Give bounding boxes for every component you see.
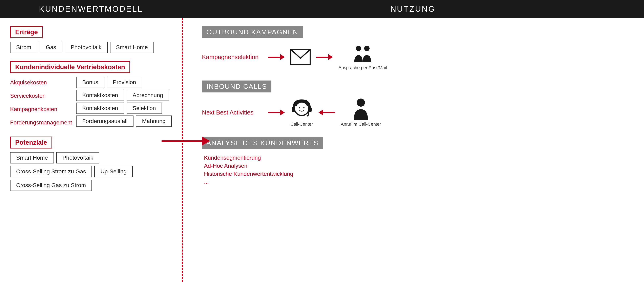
kosten-box-0-2: Provision	[107, 77, 142, 88]
potenziale-smarthome: Smart Home	[10, 152, 54, 164]
kosten-box-2-2: Selektion	[126, 103, 162, 114]
outbound-header: OUTBOUND KAMPAGNEN	[202, 26, 303, 38]
analyse-item-3: ...	[204, 179, 632, 185]
kosten-box-3-1: Forderungsausfall	[76, 115, 134, 127]
svg-rect-5	[308, 107, 312, 112]
right-content: OUTBOUND KAMPAGNEN Kampagnenselektion	[182, 18, 644, 282]
inbound-arrow-line-1	[268, 112, 280, 113]
analyse-list: Kundensegmentierung Ad-Hoc Analysen Hist…	[202, 155, 632, 185]
left-header: KUNDENWERTMODELL	[0, 0, 182, 18]
inbound-section: INBOUND CALLS Next Best Activities	[194, 80, 632, 127]
panel-arrow	[162, 136, 214, 146]
potenziale-row-0: Smart Home Photovoltaik	[10, 152, 172, 164]
potenziale-label: Potenziale	[10, 136, 52, 149]
kosten-boxes: Bonus Provision Kontaktkosten Abrechnung…	[76, 77, 172, 128]
kosten-box-1-2: Abrechnung	[126, 90, 169, 101]
outbound-arrowhead-1	[280, 54, 285, 60]
potenziale-row-1: Cross-Selling Strom zu Gas Up-Selling	[10, 166, 172, 177]
outbound-arrow-1	[268, 54, 285, 60]
inbound-arrowhead-left	[318, 110, 323, 115]
svg-point-6	[296, 103, 307, 114]
outbound-arrow-2	[316, 54, 333, 60]
person-inbound-wrap: Anruf im Call-Center	[341, 98, 381, 127]
kosten-pair-3: Forderungsausfall Mahnung	[76, 115, 172, 127]
potenziale-row-2: Cross-Selling Gas zu Strom	[10, 180, 172, 191]
outbound-row: Kampagnenselektion	[202, 44, 632, 70]
kosten-box-3-2: Mahnung	[136, 115, 172, 127]
dashed-divider	[182, 18, 183, 282]
inbound-arrowhead-1	[280, 110, 285, 115]
right-header: NUTZUNG	[182, 0, 644, 18]
potenziale-photovoltaik: Photovoltaik	[56, 152, 99, 164]
headset-label: Call-Center	[290, 121, 313, 127]
kampagnenselektion-label: Kampagnenselektion	[202, 54, 262, 61]
kosten-label-1: Servicekosten	[10, 90, 70, 102]
people-label-outbound: Ansprache per Post/Mail	[338, 65, 387, 70]
kosten-box-0-1: Bonus	[76, 77, 104, 88]
people-icon	[352, 44, 373, 64]
kosten-box-1-1: Kontaktkosten	[76, 90, 124, 101]
left-content: Erträge Strom Gas Photovoltaik Smart Hom…	[0, 18, 182, 282]
potenziale-section: Potenziale Smart Home Photovoltaik Cross…	[10, 136, 172, 191]
kosten-pair-2: Kontaktkosten Selektion	[76, 103, 172, 114]
analyse-item-0: Kundensegmentierung	[204, 155, 632, 161]
inbound-header: INBOUND CALLS	[202, 80, 272, 92]
inbound-arrow-2	[318, 110, 335, 115]
svg-point-2	[364, 46, 370, 51]
people-icon-wrap: Ansprache per Post/Mail	[338, 44, 387, 70]
potenziale-upselling: Up-Selling	[94, 166, 132, 177]
kosten-pair-0: Bonus Provision	[76, 77, 172, 88]
product-strom: Strom	[10, 42, 37, 53]
analyse-section: ANALYSE DES KUNDENWERTS Kundensegmentier…	[194, 137, 632, 185]
product-smarthome: Smart Home	[110, 42, 154, 53]
kosten-labels: Akquisekosten Servicekosten Kampagnenkos…	[10, 77, 70, 128]
potenziale-cross2: Cross-Selling Gas zu Strom	[10, 180, 92, 191]
analyse-item-1: Ad-Hoc Analysen	[204, 163, 632, 169]
kosten-pair-1: Kontaktkosten Abrechnung	[76, 90, 172, 101]
inbound-row: Next Best Activities	[202, 98, 632, 127]
outbound-arrow-line-1	[268, 57, 280, 58]
svg-point-1	[356, 46, 361, 51]
ertraege-section: Erträge Strom Gas Photovoltaik Smart Hom…	[10, 26, 172, 53]
analyse-item-2: Historische Kundenwertentwicklung	[204, 171, 632, 177]
svg-point-8	[303, 107, 304, 108]
outbound-arrowhead-2	[328, 54, 333, 60]
kosten-label: Kundenindividuelle Vertriebskosten	[10, 61, 130, 73]
svg-point-9	[357, 98, 365, 107]
envelope-icon-wrap	[290, 49, 310, 65]
envelope-icon	[290, 49, 310, 65]
svg-rect-4	[292, 107, 295, 112]
kosten-rows: Akquisekosten Servicekosten Kampagnenkos…	[10, 77, 172, 128]
svg-point-7	[299, 107, 300, 108]
outbound-section: OUTBOUND KAMPAGNEN Kampagnenselektion	[194, 26, 632, 70]
kosten-label-2: Kampagnenkosten	[10, 103, 70, 115]
ertraege-label: Erträge	[10, 26, 43, 38]
kosten-label-0: Akquisekosten	[10, 77, 70, 88]
right-panel: NUTZUNG OUTBOUND KAMPAGNEN Kampagnensele…	[182, 0, 644, 282]
next-best-label: Next Best Activities	[202, 109, 262, 116]
potenziale-cross1: Cross-Selling Strom zu Gas	[10, 166, 92, 177]
left-panel: KUNDENWERTMODELL Erträge Strom Gas Photo…	[0, 0, 182, 282]
kosten-label-3: Forderungsmanagement	[10, 117, 70, 128]
inbound-arrow-line-2	[323, 112, 335, 113]
headset-icon-wrap: Call-Center	[290, 98, 313, 127]
product-photovoltaik: Photovoltaik	[64, 42, 108, 53]
analyse-header: ANALYSE DES KUNDENWERTS	[202, 137, 323, 149]
ertraege-products: Strom Gas Photovoltaik Smart Home	[10, 42, 172, 53]
kosten-box-2-1: Kontaktkosten	[76, 103, 124, 114]
headset-icon	[290, 98, 313, 120]
inbound-arrow-1	[268, 110, 285, 115]
kosten-section: Kundenindividuelle Vertriebskosten Akqui…	[10, 61, 172, 128]
person-icon	[353, 98, 369, 120]
product-gas: Gas	[40, 42, 62, 53]
person-inbound-label: Anruf im Call-Center	[341, 121, 381, 127]
outbound-arrow-line-2	[316, 57, 328, 58]
